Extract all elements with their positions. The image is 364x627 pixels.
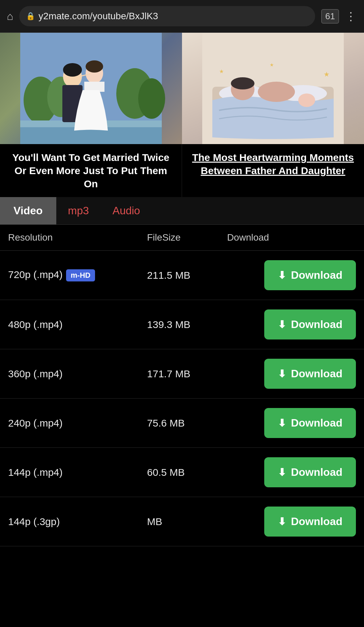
col-header-resolution: Resolution [0, 225, 139, 251]
lock-icon: 🔒 [26, 12, 35, 21]
left-thumbnail[interactable] [0, 33, 182, 144]
filesize-cell: 75.6 MB [139, 399, 219, 448]
tab-audio[interactable]: Audio [101, 197, 152, 224]
resolution-cell: 720p (.mp4)m-HD [0, 251, 139, 300]
download-button-label: Download [291, 269, 342, 281]
table-row: 240p (.mp4)75.6 MB⬇Download [0, 399, 364, 448]
table-row: 144p (.3gp)MB⬇Download [0, 497, 364, 546]
col-header-download: Download [219, 225, 364, 251]
thumbnails-row: ★ ★ ★ [0, 33, 364, 144]
tab-video[interactable]: Video [0, 197, 56, 224]
tabs-bar: Video mp3 Audio [0, 197, 364, 225]
titles-row: You'll Want To Get Married Twice Or Even… [0, 144, 364, 197]
resolution-cell: 144p (.3gp) [0, 497, 139, 546]
download-button[interactable]: ⬇Download [264, 457, 356, 487]
table-row: 360p (.mp4)171.7 MB⬇Download [0, 349, 364, 399]
resolution-cell: 480p (.mp4) [0, 300, 139, 349]
resolution-cell: 360p (.mp4) [0, 349, 139, 399]
filesize-cell: 211.5 MB [139, 251, 219, 300]
url-bar[interactable]: 🔒 y2mate.com/youtube/BxJlK3 [19, 6, 315, 26]
url-text: y2mate.com/youtube/BxJlK3 [38, 11, 158, 22]
download-button[interactable]: ⬇Download [264, 260, 356, 290]
resolution-cell: 240p (.mp4) [0, 399, 139, 448]
download-button[interactable]: ⬇Download [264, 309, 356, 339]
download-button-label: Download [291, 318, 342, 331]
left-video-title: You'll Want To Get Married Twice Or Even… [7, 151, 175, 190]
download-icon: ⬇ [278, 368, 286, 380]
download-table: Resolution FileSize Download 720p (.mp4)… [0, 225, 364, 546]
col-header-filesize: FileSize [139, 225, 219, 251]
svg-point-9 [63, 63, 82, 77]
resolution-cell: 144p (.mp4) [0, 448, 139, 497]
download-cell: ⬇Download [219, 448, 364, 497]
svg-text:★: ★ [324, 71, 330, 78]
filesize-cell: 171.7 MB [139, 349, 219, 399]
table-row: 720p (.mp4)m-HD211.5 MB⬇Download [0, 251, 364, 300]
svg-point-12 [86, 60, 103, 73]
download-button-label: Download [291, 417, 342, 429]
download-icon: ⬇ [278, 466, 286, 478]
download-icon: ⬇ [278, 516, 286, 527]
right-thumbnail[interactable]: ★ ★ ★ [182, 33, 364, 144]
filesize-cell: 139.3 MB [139, 300, 219, 349]
table-row: 144p (.mp4)60.5 MB⬇Download [0, 448, 364, 497]
filesize-cell: 60.5 MB [139, 448, 219, 497]
svg-point-21 [298, 93, 315, 107]
right-video-title: The Most Heartwarming Moments Between Fa… [189, 151, 357, 177]
menu-icon[interactable]: ⋮ [345, 9, 357, 23]
download-icon: ⬇ [278, 417, 286, 429]
download-cell: ⬇Download [219, 300, 364, 349]
left-thumbnail-image [0, 33, 182, 144]
svg-text:★: ★ [270, 62, 274, 67]
right-thumbnail-image: ★ ★ ★ [182, 33, 364, 144]
home-icon[interactable]: ⌂ [7, 10, 13, 23]
tab-count[interactable]: 61 [321, 9, 339, 24]
browser-chrome: ⌂ 🔒 y2mate.com/youtube/BxJlK3 61 ⋮ [0, 0, 364, 33]
download-cell: ⬇Download [219, 349, 364, 399]
svg-point-20 [231, 77, 254, 89]
download-icon: ⬇ [278, 319, 286, 330]
download-button[interactable]: ⬇Download [264, 359, 356, 389]
filesize-cell: MB [139, 497, 219, 546]
tab-mp3[interactable]: mp3 [56, 197, 101, 224]
table-row: 480p (.mp4)139.3 MB⬇Download [0, 300, 364, 349]
svg-text:★: ★ [219, 69, 224, 74]
download-cell: ⬇Download [219, 497, 364, 546]
left-title-container: You'll Want To Get Married Twice Or Even… [0, 144, 182, 197]
right-title-container: The Most Heartwarming Moments Between Fa… [182, 144, 364, 197]
download-cell: ⬇Download [219, 251, 364, 300]
download-button-label: Download [291, 515, 342, 528]
svg-point-18 [258, 82, 295, 102]
download-button[interactable]: ⬇Download [264, 507, 356, 537]
download-cell: ⬇Download [219, 399, 364, 448]
download-button[interactable]: ⬇Download [264, 408, 356, 438]
svg-point-4 [138, 78, 165, 119]
download-button-label: Download [291, 367, 342, 380]
download-icon: ⬇ [278, 269, 286, 281]
download-button-label: Download [291, 466, 342, 479]
mhd-badge: m-HD [66, 269, 95, 281]
